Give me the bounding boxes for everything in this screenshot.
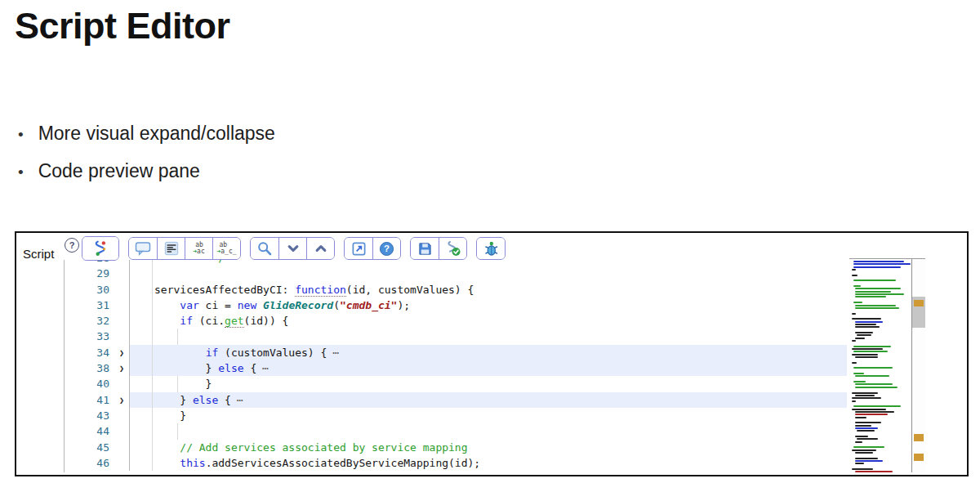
- code-editor[interactable]: 28 */2930servicesAffectedByCI: function(…: [64, 260, 847, 472]
- code-line[interactable]: 40 }: [65, 376, 847, 391]
- fold-gutter: [114, 297, 129, 313]
- code-line[interactable]: 29: [65, 266, 847, 281]
- code-line[interactable]: 44: [65, 423, 847, 439]
- script-fields-toggle-button[interactable]: [82, 237, 118, 260]
- gutter: 41❯: [65, 392, 130, 408]
- minimap-content[interactable]: [849, 261, 911, 472]
- minimap-line: [853, 261, 904, 262]
- minimap-line: [852, 409, 886, 410]
- fold-arrow-icon[interactable]: ❯: [114, 360, 129, 376]
- code-line-content[interactable]: }: [130, 408, 847, 423]
- minimap-line: [852, 275, 858, 276]
- code-token: (ci.: [193, 315, 225, 327]
- toolbar-group: ?: [344, 237, 401, 260]
- minimap-line: [855, 411, 894, 413]
- gutter: 46: [65, 455, 130, 471]
- comment-button[interactable]: [129, 238, 157, 259]
- code-token: else: [193, 394, 218, 406]
- script-check-icon: [444, 240, 461, 257]
- field-help-icon[interactable]: ?: [65, 238, 79, 253]
- minimap-scrollbar-track[interactable]: [911, 259, 925, 472]
- fold-gutter: [114, 376, 129, 391]
- code-token: "cmdb_ci": [340, 299, 397, 311]
- code-line[interactable]: 41❯ } else { ⋯: [65, 392, 847, 408]
- minimap-line: [855, 463, 864, 464]
- syntax-check-button[interactable]: [439, 238, 466, 259]
- code-token: [154, 457, 180, 469]
- code-line-content[interactable]: this.addServicesAssociatedByServiceMappi…: [130, 455, 847, 471]
- code-line[interactable]: 32 if (ci.get(id)) {: [65, 313, 847, 329]
- code-line-content[interactable]: if (customValues) { ⋯: [130, 345, 847, 360]
- minimap-line: [852, 397, 881, 399]
- code-line-content[interactable]: if (ci.get(id)) {: [130, 313, 847, 329]
- code-line-content[interactable]: servicesAffectedByCI: function(id, custo…: [130, 282, 847, 297]
- code-line-content[interactable]: // Add services associated by service ma…: [130, 440, 847, 455]
- minimap-line: [855, 321, 883, 323]
- minimap-line: [849, 466, 911, 467]
- code-line[interactable]: 34❯ if (customValues) { ⋯: [65, 345, 847, 360]
- minimap-line: [849, 419, 911, 421]
- code-token: ci =: [199, 299, 238, 311]
- code-line[interactable]: 45 // Add services associated by service…: [65, 440, 847, 455]
- replace-icon: ab➜ac: [193, 242, 204, 255]
- line-number: 31: [65, 297, 114, 313]
- bug-icon: [483, 240, 500, 257]
- minimap-line: [849, 444, 911, 445]
- fold-arrow-icon[interactable]: ❯: [114, 392, 129, 408]
- help-button[interactable]: ?: [372, 238, 400, 259]
- code-line-content[interactable]: } else { ⋯: [130, 392, 847, 408]
- code-line-content[interactable]: [130, 266, 847, 281]
- code-line[interactable]: 33: [65, 329, 847, 344]
- minimap-line: [849, 299, 911, 301]
- code-line-content[interactable]: }: [130, 376, 847, 391]
- code-line-content[interactable]: var ci = new GlideRecord("cmdb_ci");: [130, 297, 847, 313]
- minimap-line: [849, 365, 911, 366]
- toolbar-group: [250, 237, 335, 260]
- code-line[interactable]: 31 var ci = new GlideRecord("cmdb_ci");: [65, 297, 847, 313]
- pop-out-icon: [351, 241, 367, 257]
- minimap-line: [849, 389, 911, 391]
- search-button[interactable]: [251, 238, 278, 259]
- code-line[interactable]: 30servicesAffectedByCI: function(id, cus…: [65, 282, 847, 297]
- debug-button[interactable]: [477, 238, 505, 259]
- code-line[interactable]: 38❯ } else { ⋯: [65, 360, 847, 376]
- collapsed-code-widget[interactable]: ⋯: [256, 362, 268, 374]
- minimap-line: [857, 438, 878, 440]
- minimap-line: [855, 383, 893, 385]
- code-preview-pane[interactable]: [849, 258, 925, 472]
- code-line[interactable]: 43 }: [65, 408, 847, 423]
- save-icon: [417, 241, 433, 257]
- open-in-window-button[interactable]: [345, 238, 372, 259]
- minimap-line: [849, 359, 911, 360]
- code-line[interactable]: 28 */: [65, 260, 847, 266]
- toolbar-group: [476, 237, 506, 260]
- minimap-line: [855, 293, 904, 295]
- collapsed-code-widget[interactable]: ⋯: [327, 347, 338, 359]
- minimap-line: [855, 375, 889, 377]
- minimap-line: [849, 403, 911, 405]
- minimap-line: [849, 378, 911, 380]
- code-line-content[interactable]: [130, 329, 847, 344]
- code-line-content[interactable]: */: [130, 260, 847, 266]
- fold-arrow-icon[interactable]: ❯: [114, 345, 129, 360]
- collapsed-code-widget[interactable]: ⋯: [231, 394, 243, 406]
- code-token: [154, 347, 206, 359]
- code-token: );: [397, 299, 410, 311]
- minimap-line: [855, 296, 886, 297]
- save-button[interactable]: [411, 238, 439, 259]
- replace-button[interactable]: ab➜ac: [185, 238, 212, 259]
- gutter: 33: [65, 329, 130, 344]
- minimap-line: [855, 425, 871, 427]
- code-line-content[interactable]: [130, 423, 847, 439]
- format-code-button[interactable]: [157, 238, 185, 259]
- minimap-line: [855, 422, 881, 423]
- code-token: GlideRecord: [263, 299, 333, 311]
- minimap-line: [853, 285, 861, 287]
- find-previous-button[interactable]: [306, 238, 334, 259]
- code-line[interactable]: 46 this.addServicesAssociatedByServiceMa…: [65, 455, 847, 471]
- gutter: 31: [65, 297, 130, 313]
- toolbar-group: [82, 236, 119, 261]
- code-line-content[interactable]: } else { ⋯: [130, 360, 847, 376]
- find-next-button[interactable]: [278, 238, 306, 259]
- replace-all-button[interactable]: ab➜a̲c̲: [212, 238, 240, 259]
